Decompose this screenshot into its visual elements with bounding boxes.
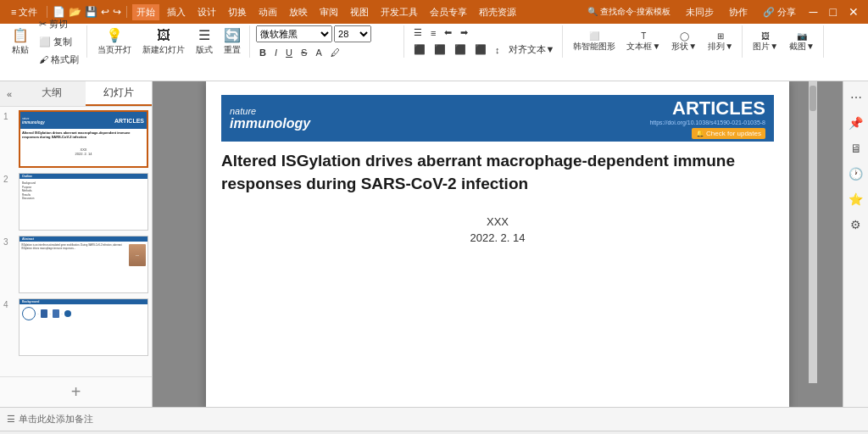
tab-view[interactable]: 视图: [346, 4, 373, 20]
share[interactable]: 🔗 分享: [759, 4, 800, 20]
shape-icon: ◯: [680, 31, 689, 41]
ribbon-group-clipboard: 📋 粘贴 ✂ 剪切 ⬜ 复制 🖌 格式刷: [3, 25, 87, 58]
btn-align-justify[interactable]: ⬛: [471, 42, 490, 58]
new-slide-label: 新建幻灯片: [142, 44, 185, 56]
btn-highlight[interactable]: 🖊: [327, 46, 343, 59]
vertical-scrollbar[interactable]: [809, 81, 817, 383]
tab-outline[interactable]: 大纲: [19, 81, 85, 106]
title-bar-right: 🔍 查找命令·搜索模板 未同步 协作 🔗 分享 ─ □ ✕: [583, 4, 861, 20]
btn-strikethrough[interactable]: S: [298, 46, 310, 59]
notes-bar[interactable]: ☰ 单击此处添加备注: [0, 407, 868, 431]
font-size-select[interactable]: 28: [334, 25, 371, 42]
btn-underline[interactable]: U: [282, 46, 296, 59]
slides-list: 1 nature immunology ARTICLES Altered ISG…: [0, 107, 152, 376]
right-panel-star-btn[interactable]: ⭐: [847, 190, 865, 209]
sidebar: « 大纲 幻灯片 1 nature immunology ARTICLE: [0, 81, 153, 407]
btn-align-center[interactable]: ⬛: [431, 42, 449, 58]
right-panel-pin-btn[interactable]: 📌: [847, 114, 865, 132]
right-panel-clock-btn[interactable]: 🕐: [847, 164, 865, 183]
tab-slides[interactable]: 幻灯片: [86, 81, 152, 106]
tab-animation[interactable]: 动画: [254, 4, 281, 20]
btn-align-right[interactable]: ⬛: [451, 42, 470, 58]
paste-label: 粘贴: [12, 44, 29, 56]
notes-placeholder[interactable]: 单击此处添加备注: [19, 413, 93, 426]
ribbon-group-picture: 🖼 图片▼ 📷 截图▼: [744, 25, 824, 58]
btn-format-brush[interactable]: 🖌 格式刷: [36, 52, 82, 68]
quick-redo[interactable]: ↪: [113, 6, 121, 18]
btn-screenshot[interactable]: 📷 截图▼: [785, 30, 819, 54]
slide-title[interactable]: Altered ISGylation drives aberrant macro…: [221, 150, 774, 195]
quick-save[interactable]: 💾: [85, 6, 97, 18]
tab-design[interactable]: 设计: [193, 4, 220, 20]
collaborate[interactable]: 协作: [725, 4, 752, 20]
btn-text-box[interactable]: T 文本框▼: [622, 30, 665, 54]
slide-header: nature immunology ARTICLES https://doi.o…: [221, 95, 774, 142]
tab-resources[interactable]: 稻壳资源: [475, 4, 520, 20]
btn-line-spacing[interactable]: ↕: [492, 42, 504, 58]
slide-thumb-4[interactable]: 4 Background → → →: [3, 298, 148, 356]
unsync[interactable]: 未同步: [682, 4, 718, 20]
btn-cut[interactable]: ✂ 剪切: [36, 16, 82, 32]
btn-bold[interactable]: B: [256, 46, 270, 59]
tab-start[interactable]: 开始: [132, 4, 159, 20]
btn-new-slide[interactable]: 🖼 新建幻灯片: [138, 26, 189, 58]
btn-shape[interactable]: ◯ 形状▼: [667, 30, 701, 54]
reset-label: 重置: [224, 44, 241, 56]
btn-italic[interactable]: I: [271, 46, 281, 59]
btn-spotlight[interactable]: 💡 当页开灯: [93, 25, 136, 58]
right-panel-menu-btn[interactable]: ⋯: [847, 88, 865, 107]
slide-thumb-3[interactable]: 3 Abstract ISGylation is an interferon-s…: [3, 236, 148, 293]
tab-review[interactable]: 审阅: [315, 4, 342, 20]
sidebar-nav-left[interactable]: «: [0, 86, 19, 103]
status-bar: 幻灯片 1 / 41 | Office 主题 ✨ 智能优化· ≡ 批注 ☐ 批注…: [0, 431, 868, 434]
tab-vip[interactable]: 会员专享: [426, 4, 471, 20]
slide-num-4: 4: [3, 300, 15, 309]
btn-smart-shape[interactable]: ⬜ 韩智能图形: [569, 30, 620, 54]
slide-thumb-1[interactable]: 1 nature immunology ARTICLES Altered ISG…: [3, 110, 148, 168]
tab-transition[interactable]: 切换: [224, 4, 251, 20]
title-bar-left: ≡ 文件 📄 📂 💾 ↩ ↪ 开始 插入 设计 切换 动画 放映 审阅 视图 开…: [7, 4, 583, 20]
close-btn[interactable]: ✕: [846, 5, 861, 19]
minimize-btn[interactable]: ─: [807, 5, 821, 19]
btn-picture[interactable]: 🖼 图片▼: [748, 30, 782, 54]
layout-label: 版式: [196, 44, 213, 56]
slide-thumb-2[interactable]: 2 Outline BackgroundPurposeMethodsResult…: [3, 173, 148, 231]
quick-undo[interactable]: ↩: [101, 6, 109, 18]
right-panel-display-btn[interactable]: 🖥: [847, 139, 865, 158]
btn-increase-indent[interactable]: ➡: [457, 25, 471, 40]
btn-number-list[interactable]: ≡: [427, 25, 439, 40]
journal-nature: nature: [230, 106, 314, 116]
slide-canvas[interactable]: nature immunology ARTICLES https://doi.o…: [206, 81, 789, 407]
search-command[interactable]: 🔍 查找命令·搜索模板: [583, 4, 675, 19]
slide-preview-4[interactable]: Background → → →: [19, 298, 148, 356]
shape-label: 形状▼: [671, 41, 697, 53]
btn-decrease-indent[interactable]: ⬅: [441, 25, 455, 40]
smart-shape-icon: ⬜: [589, 31, 599, 41]
btn-copy[interactable]: ⬜ 复制: [36, 34, 82, 50]
check-updates-btn[interactable]: 🔔 Check for updates: [692, 128, 765, 139]
slide-area: nature immunology ARTICLES https://doi.o…: [153, 81, 843, 407]
slide-preview-2[interactable]: Outline BackgroundPurposeMethodsResultsD…: [19, 173, 148, 231]
btn-layout[interactable]: ☰ 版式: [192, 25, 217, 58]
btn-arrange[interactable]: ⊞ 排列▼: [704, 30, 737, 54]
tab-insert[interactable]: 插入: [163, 4, 190, 20]
ribbon-group-drawing: ⬜ 韩智能图形 T 文本框▼ ◯ 形状▼ ⊞ 排列▼: [565, 25, 743, 58]
right-panel-settings-btn[interactable]: ⚙: [847, 215, 865, 234]
btn-text-direction[interactable]: 对齐文本▼: [505, 42, 559, 58]
add-slide-btn[interactable]: +: [0, 376, 152, 407]
btn-reset[interactable]: 🔄 重置: [220, 25, 245, 58]
tab-slideshow[interactable]: 放映: [285, 4, 312, 20]
slide-preview-3[interactable]: Abstract ISGylation is an interferon-sti…: [19, 236, 148, 293]
notes-icon: ☰: [7, 414, 15, 425]
text-box-icon: T: [641, 31, 646, 41]
ribbon-group-paragraph: ☰ ≡ ⬅ ➡ ⬛ ⬛ ⬛ ⬛ ↕ 对齐文本▼: [406, 25, 563, 58]
btn-align-left[interactable]: ⬛: [410, 42, 429, 58]
tab-developer[interactable]: 开发工具: [376, 4, 422, 20]
maximize-btn[interactable]: □: [827, 5, 839, 19]
main-area: « 大纲 幻灯片 1 nature immunology ARTICLE: [0, 81, 868, 407]
font-family-select[interactable]: 微软雅黑: [256, 25, 332, 42]
btn-font-color[interactable]: A: [312, 46, 325, 59]
slide-preview-1[interactable]: nature immunology ARTICLES Altered ISGyl…: [19, 110, 148, 168]
btn-bullet-list[interactable]: ☰: [410, 25, 426, 40]
btn-paste[interactable]: 📋 粘贴: [8, 25, 33, 58]
